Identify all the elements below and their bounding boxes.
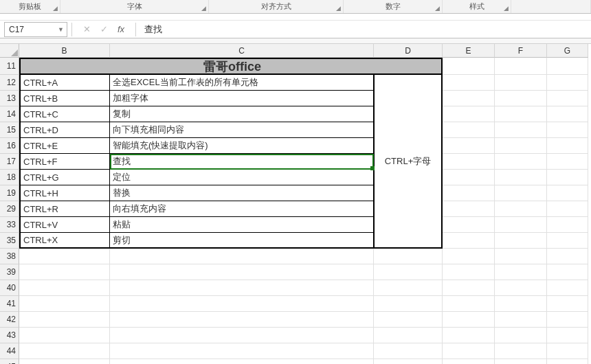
cell[interactable] xyxy=(547,106,588,122)
cell[interactable] xyxy=(547,312,588,328)
confirm-icon[interactable]: ✓ xyxy=(100,24,108,34)
row-header[interactable]: 44 xyxy=(0,343,19,359)
cell[interactable] xyxy=(443,217,495,233)
cell[interactable]: CTRL+A xyxy=(19,75,110,91)
cell[interactable] xyxy=(110,264,374,280)
cell[interactable] xyxy=(443,75,495,91)
cell[interactable] xyxy=(495,185,547,201)
ribbon-group[interactable]: 字体◢ xyxy=(60,0,209,13)
cell[interactable] xyxy=(443,170,495,185)
cell[interactable] xyxy=(374,312,443,328)
row-header[interactable]: 38 xyxy=(0,249,19,264)
cell[interactable] xyxy=(547,359,588,364)
row-header[interactable]: 13 xyxy=(0,91,19,106)
cell[interactable] xyxy=(547,249,588,264)
dialog-launcher-icon[interactable]: ◢ xyxy=(504,5,509,12)
row-header[interactable]: 45 xyxy=(0,359,19,364)
ribbon-group[interactable]: 剪贴板◢ xyxy=(0,0,60,13)
cell[interactable] xyxy=(495,106,547,122)
column-header[interactable]: C xyxy=(110,44,374,58)
cell[interactable] xyxy=(495,328,547,343)
title-cell[interactable]: 雷哥office xyxy=(19,58,443,75)
cell[interactable] xyxy=(547,185,588,201)
cell[interactable] xyxy=(443,296,495,312)
cell[interactable] xyxy=(547,280,588,296)
cell[interactable] xyxy=(443,312,495,328)
cell[interactable]: CTRL+V xyxy=(19,217,110,233)
row-header[interactable]: 40 xyxy=(0,280,19,296)
row-header[interactable]: 12 xyxy=(0,75,19,91)
column-header[interactable]: D xyxy=(374,44,443,58)
row-header[interactable]: 41 xyxy=(0,296,19,312)
row-header[interactable]: 33 xyxy=(0,217,19,233)
cell[interactable] xyxy=(547,170,588,185)
cancel-icon[interactable]: ✕ xyxy=(83,24,91,34)
cell[interactable] xyxy=(495,249,547,264)
formula-input[interactable] xyxy=(139,22,591,37)
cell[interactable] xyxy=(19,249,110,264)
cell[interactable]: CTRL+D xyxy=(19,122,110,138)
ribbon-group[interactable]: 对齐方式◢ xyxy=(209,0,344,13)
cell[interactable] xyxy=(110,343,374,359)
cell[interactable] xyxy=(19,264,110,280)
cell[interactable]: 向右填充内容 xyxy=(110,201,374,217)
cell[interactable] xyxy=(443,233,495,249)
cell[interactable] xyxy=(443,185,495,201)
cell[interactable] xyxy=(110,359,374,364)
cell[interactable]: 粘贴 xyxy=(110,217,374,233)
cell[interactable] xyxy=(19,280,110,296)
cell[interactable] xyxy=(495,264,547,280)
name-box[interactable]: C17 ▼ xyxy=(4,22,67,37)
cell[interactable] xyxy=(495,217,547,233)
cell[interactable]: 复制 xyxy=(110,106,374,122)
cell[interactable] xyxy=(547,58,588,75)
row-header[interactable]: 14 xyxy=(0,106,19,122)
cell[interactable] xyxy=(443,91,495,106)
cell[interactable] xyxy=(19,343,110,359)
cell[interactable] xyxy=(547,296,588,312)
cell[interactable] xyxy=(110,296,374,312)
cell[interactable] xyxy=(19,328,110,343)
row-header[interactable]: 29 xyxy=(0,201,19,217)
cell[interactable] xyxy=(547,154,588,170)
cell[interactable] xyxy=(495,58,547,75)
cell[interactable] xyxy=(495,359,547,364)
cell[interactable] xyxy=(443,154,495,170)
cell[interactable]: CTRL+H xyxy=(19,185,110,201)
cell[interactable] xyxy=(374,264,443,280)
cell[interactable] xyxy=(443,280,495,296)
cell[interactable]: CTRL+E xyxy=(19,138,110,154)
cell[interactable] xyxy=(547,217,588,233)
cell[interactable]: CTRL+G xyxy=(19,170,110,185)
cell[interactable] xyxy=(443,328,495,343)
row-header[interactable]: 18 xyxy=(0,170,19,185)
cell[interactable] xyxy=(443,359,495,364)
row-header[interactable]: 42 xyxy=(0,312,19,328)
cell[interactable] xyxy=(443,106,495,122)
cell[interactable] xyxy=(443,201,495,217)
cell[interactable] xyxy=(547,91,588,106)
cell[interactable] xyxy=(495,154,547,170)
chevron-down-icon[interactable]: ▼ xyxy=(58,26,64,33)
cell[interactable] xyxy=(443,58,495,75)
dialog-launcher-icon[interactable]: ◢ xyxy=(435,5,440,12)
cell[interactable] xyxy=(110,249,374,264)
ribbon-group[interactable] xyxy=(511,0,591,13)
cell[interactable] xyxy=(495,201,547,217)
row-header[interactable]: 15 xyxy=(0,122,19,138)
cell[interactable]: 全选EXCEL当前工作表的所有单元格 xyxy=(110,75,374,91)
cell[interactable] xyxy=(495,343,547,359)
cell[interactable] xyxy=(374,296,443,312)
cell[interactable] xyxy=(495,138,547,154)
row-header[interactable]: 43 xyxy=(0,328,19,343)
row-header[interactable]: 17 xyxy=(0,154,19,170)
cell[interactable] xyxy=(495,91,547,106)
cell[interactable]: CTRL+F xyxy=(19,154,110,170)
select-all-corner[interactable] xyxy=(0,44,19,58)
column-header[interactable]: E xyxy=(443,44,495,58)
cell[interactable] xyxy=(443,249,495,264)
cell[interactable] xyxy=(495,312,547,328)
cell[interactable] xyxy=(547,75,588,91)
cell[interactable]: CTRL+R xyxy=(19,201,110,217)
cell[interactable] xyxy=(374,249,443,264)
